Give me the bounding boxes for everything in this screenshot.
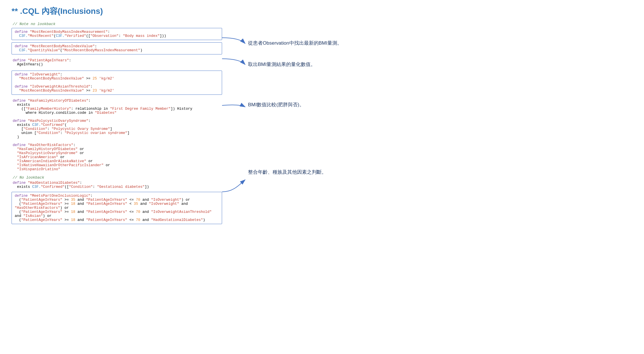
code-block-1: define "MostRecentBodyMassIndexMeasureme… bbox=[12, 28, 222, 40]
code-block-2: define "MostRecentBodyMassIndexValue": C… bbox=[12, 42, 222, 54]
comment-no-lookback-2: // No lookback bbox=[13, 175, 222, 180]
comment-no-lookback: // Note no lookback bbox=[13, 22, 222, 26]
code-block-4: define "IsOverweight": "MostRecentBodyMa… bbox=[12, 71, 222, 95]
arrows-svg bbox=[222, 22, 644, 339]
page-container: ** .CQL 內容(Inclusions) // Note no lookba… bbox=[12, 6, 644, 348]
code-block-6: define "HasPolycysticOvarySyndrome": exi… bbox=[13, 119, 222, 139]
page-title: ** .CQL 內容(Inclusions) bbox=[12, 6, 644, 17]
code-section: // Note no lookback define "MostRecentBo… bbox=[12, 22, 222, 339]
code-block-7: define "HasOtherRiskFactors": "HasFamily… bbox=[13, 143, 222, 171]
annotation-1-text: 從患者Observation中找出最新的BMI量測。 bbox=[248, 40, 342, 46]
annotation-4-text: 整合年齡、種族及其他因素之判斷。 bbox=[248, 169, 326, 175]
code-block-5: define "HasFamilyHistoryOfDiabetes": exi… bbox=[13, 99, 222, 115]
code-block-8: define "HadGestationalDiabetes": exists … bbox=[13, 181, 222, 189]
code-block-3: define "PatientAgeInYears": AgeInYears() bbox=[13, 58, 222, 67]
annotation-4: 整合年齡、種族及其他因素之判斷。 bbox=[248, 169, 326, 175]
annotation-1: 從患者Observation中找出最新的BMI量測。 bbox=[248, 40, 342, 46]
annotation-2: 取出BMI量測結果的量化數值。 bbox=[248, 61, 316, 68]
annotations-section: 從患者Observation中找出最新的BMI量測。 取出BMI量測結果的量化數… bbox=[222, 22, 644, 339]
code-block-9: define "MeetsPartOneInclusionLogic": ("P… bbox=[12, 192, 222, 224]
main-layout: // Note no lookback define "MostRecentBo… bbox=[12, 22, 644, 339]
annotation-2-text: 取出BMI量測結果的量化數值。 bbox=[248, 62, 316, 67]
annotation-3-text: BMI數值比較(肥胖與否)。 bbox=[248, 102, 304, 107]
annotation-3: BMI數值比較(肥胖與否)。 bbox=[248, 101, 304, 108]
